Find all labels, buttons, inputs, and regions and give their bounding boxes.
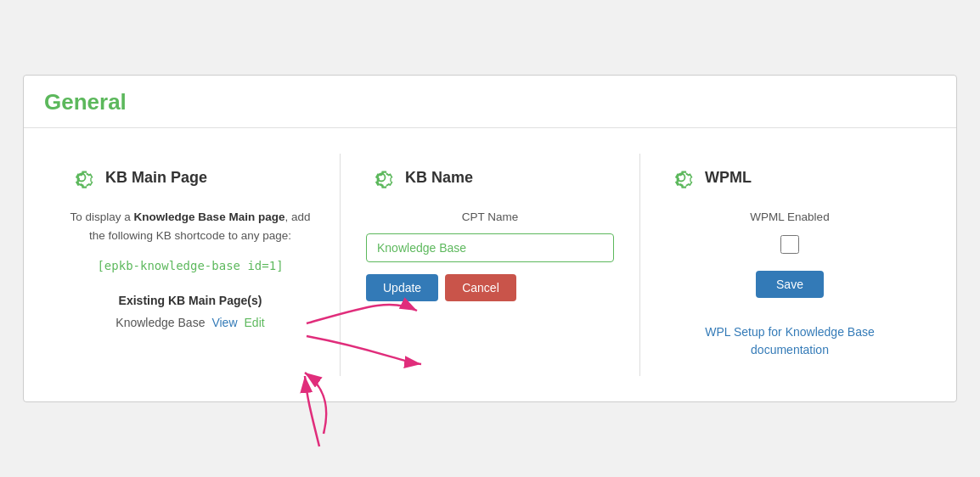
existing-pages-label: Existing KB Main Page(s): [66, 291, 314, 310]
wpml-enabled-label: WPML Enabled: [750, 208, 829, 227]
kb-name-body: CPT Name Update Cancel: [366, 208, 614, 301]
wpml-title: WPML: [705, 169, 752, 187]
existing-pages-row: Knowledge Base View Edit: [66, 313, 314, 332]
kb-name-header: KB Name: [366, 162, 614, 193]
kb-name-title: KB Name: [405, 169, 473, 187]
page-wrapper: General KB Main Page To display a Knowle…: [23, 75, 957, 402]
cpt-label: CPT Name: [366, 208, 614, 227]
view-link[interactable]: View: [211, 313, 237, 332]
kb-main-page-body: To display a Knowledge Base Main page, a…: [66, 208, 314, 332]
wpml-body: WPML Enabled Save WPL Setup for Knowledg…: [666, 208, 914, 359]
kb-name-btn-row: Update Cancel: [366, 274, 614, 301]
wpml-checkbox[interactable]: [780, 235, 799, 254]
existing-page-name: Knowledge Base: [115, 313, 205, 332]
kb-main-page-header: KB Main Page: [66, 162, 314, 193]
kb-name-section: KB Name CPT Name Update Cancel: [341, 154, 640, 376]
gear-icon-wpml: [666, 162, 696, 193]
gear-icon-kb-main: [66, 162, 97, 193]
edit-link[interactable]: Edit: [245, 313, 265, 332]
content-area: KB Main Page To display a Knowledge Base…: [24, 128, 956, 401]
kb-main-page-section: KB Main Page To display a Knowledge Base…: [41, 154, 341, 376]
wpml-section: WPML WPML Enabled Save WPL Setup for Kno…: [640, 154, 939, 376]
kb-main-description: To display a Knowledge Base Main page, a…: [66, 208, 314, 244]
desc-bold: Knowledge Base Main page: [134, 210, 285, 223]
cpt-name-input[interactable]: [366, 233, 614, 262]
kb-main-page-title: KB Main Page: [105, 169, 207, 187]
save-button[interactable]: Save: [756, 271, 824, 298]
cancel-button[interactable]: Cancel: [445, 274, 516, 301]
page-header: General: [24, 76, 956, 128]
shortcode-text: [epkb-knowledge-base id=1]: [66, 256, 314, 275]
gear-icon-kb-name: [366, 162, 397, 193]
page-title: General: [44, 89, 936, 115]
wpml-header: WPML: [666, 162, 914, 193]
wpl-setup-link[interactable]: WPL Setup for Knowledge Base documentati…: [666, 323, 914, 359]
update-button[interactable]: Update: [366, 274, 438, 301]
